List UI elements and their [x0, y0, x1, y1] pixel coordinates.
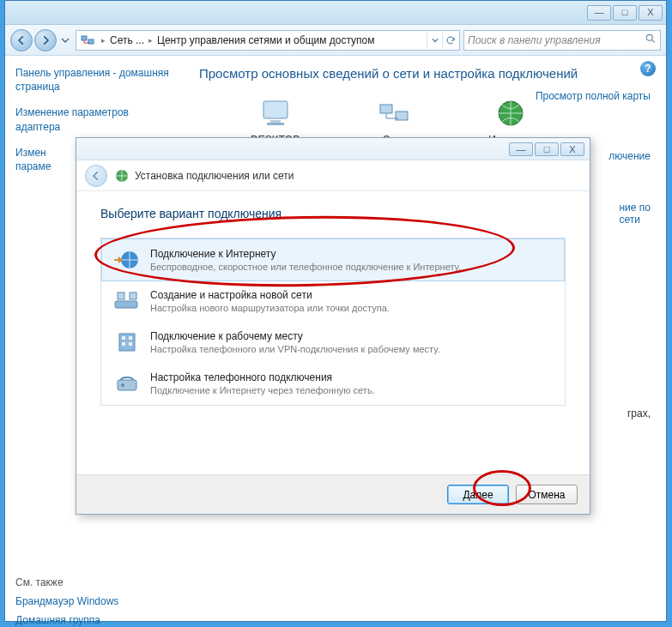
cancel-button[interactable]: Отмена [516, 485, 578, 504]
text-fragment: Измен [15, 147, 46, 159]
option-desc: Беспроводное, скоростное или телефонное … [150, 262, 461, 272]
dialog-title: Установка подключения или сети [135, 170, 294, 182]
phone-modem-icon [112, 371, 142, 395]
option-connect-workplace[interactable]: Подключение к рабочему месту Настройка т… [102, 322, 564, 363]
search-input[interactable]: Поиск в панели управления [463, 30, 661, 51]
svg-rect-18 [129, 342, 132, 346]
computer-icon [258, 96, 293, 130]
option-connect-internet[interactable]: Подключение к Интернету Беспроводное, ск… [101, 238, 565, 281]
dialog-titlebar: — □ X [76, 138, 590, 160]
option-title: Создание и настройка новой сети [150, 289, 390, 301]
svg-rect-14 [119, 334, 135, 351]
maximize-button[interactable]: □ [613, 5, 637, 21]
svg-rect-6 [380, 105, 392, 113]
address-bar[interactable]: ▸ Сеть ... ▸ Центр управления сетями и о… [76, 30, 460, 51]
dialog-heading: Выберите вариант подключения [100, 207, 566, 220]
nav-forward-button[interactable] [34, 29, 57, 51]
svg-rect-19 [118, 380, 136, 390]
nav-back-button[interactable] [10, 29, 33, 51]
option-title: Подключение к рабочему месту [150, 330, 440, 342]
search-icon [645, 33, 657, 47]
partial-text: грах, [627, 407, 651, 419]
svg-rect-16 [129, 336, 132, 340]
svg-point-20 [121, 383, 124, 387]
svg-rect-3 [263, 101, 288, 118]
option-dialup[interactable]: Настройка телефонного подключения Подклю… [102, 363, 564, 404]
page-title: Просмотр основных сведений о сети и наст… [199, 66, 651, 81]
svg-rect-13 [130, 292, 136, 299]
network-location-icon [78, 31, 97, 50]
sidebar-link-adapter-settings[interactable]: Изменение параметров адаптера [15, 106, 173, 133]
svg-rect-17 [122, 342, 125, 346]
wizard-icon [114, 168, 130, 184]
dialog-body: Выберите вариант подключения Подключение… [76, 191, 590, 421]
next-button[interactable]: Далее [447, 485, 509, 504]
toolbar: ▸ Сеть ... ▸ Центр управления сетями и о… [5, 25, 666, 56]
nav-history-dropdown[interactable] [58, 29, 72, 51]
address-dropdown-button[interactable] [427, 32, 442, 49]
svg-rect-0 [82, 36, 87, 40]
network-icon [377, 96, 411, 130]
option-desc: Настройка телефонного или VPN-подключени… [150, 344, 440, 354]
breadcrumb-chevron-icon: ▸ [146, 36, 155, 45]
option-title: Подключение к Интернету [150, 248, 461, 260]
breadcrumb-item[interactable]: Центр управления сетями и общим доступом [155, 34, 377, 46]
arrow-right-icon [39, 34, 51, 46]
sidebar-link-home[interactable]: Панель управления - домашняя страница [15, 66, 173, 93]
arrow-left-icon [15, 34, 27, 46]
wizard-back-button[interactable] [85, 165, 107, 187]
view-full-map-link[interactable]: Просмотр полной карты [536, 90, 651, 102]
text-fragment: ние по [619, 202, 651, 214]
search-placeholder: Поиск в панели управления [468, 34, 601, 46]
svg-rect-12 [118, 292, 124, 299]
dialog-header: Установка подключения или сети [76, 160, 590, 191]
connection-options-list: Подключение к Интернету Беспроводное, ск… [100, 238, 566, 406]
option-desc: Подключение к Интернету через телефонную… [150, 385, 375, 395]
dialog-footer: Далее Отмена [76, 474, 590, 514]
svg-point-2 [646, 34, 652, 40]
svg-rect-11 [115, 301, 137, 308]
see-also-header: См. также [15, 576, 173, 588]
text-fragment: параме [15, 160, 51, 172]
partial-link-network[interactable]: ние по сети [619, 202, 651, 226]
svg-rect-5 [267, 123, 284, 125]
svg-rect-15 [122, 336, 125, 340]
wizard-dialog: — □ X Установка подключения или сети Выб… [76, 137, 590, 515]
partial-link-connection[interactable]: лючение [608, 150, 651, 162]
svg-rect-4 [270, 120, 281, 123]
arrow-left-icon [90, 170, 102, 182]
sidebar-link-firewall[interactable]: Брандмауэр Windows [15, 595, 173, 607]
sidebar-link-homegroup[interactable]: Домашняя группа [15, 614, 173, 626]
refresh-icon [445, 35, 456, 45]
window-titlebar: — □ X [5, 1, 666, 25]
globe-arrow-icon [112, 248, 142, 272]
refresh-button[interactable] [442, 32, 457, 49]
help-icon[interactable]: ? [640, 61, 656, 76]
chevron-down-icon [61, 36, 70, 45]
building-icon [112, 330, 142, 354]
dialog-maximize-button[interactable]: □ [535, 142, 559, 156]
option-setup-network[interactable]: Создание и настройка новой сети Настройк… [102, 280, 564, 322]
router-icon [112, 289, 142, 313]
minimize-button[interactable]: — [587, 5, 611, 21]
close-button[interactable]: X [639, 5, 663, 21]
dialog-minimize-button[interactable]: — [509, 142, 533, 156]
option-desc: Настройка нового маршрутизатора или точк… [150, 303, 390, 313]
globe-icon [493, 96, 528, 130]
option-title: Настройка телефонного подключения [150, 371, 375, 383]
text-fragment: сети [619, 214, 639, 226]
breadcrumb-chevron-icon: ▸ [99, 36, 108, 45]
breadcrumb-item[interactable]: Сеть ... [108, 34, 146, 46]
chevron-down-icon [432, 37, 439, 44]
dialog-close-button[interactable]: X [560, 142, 584, 156]
